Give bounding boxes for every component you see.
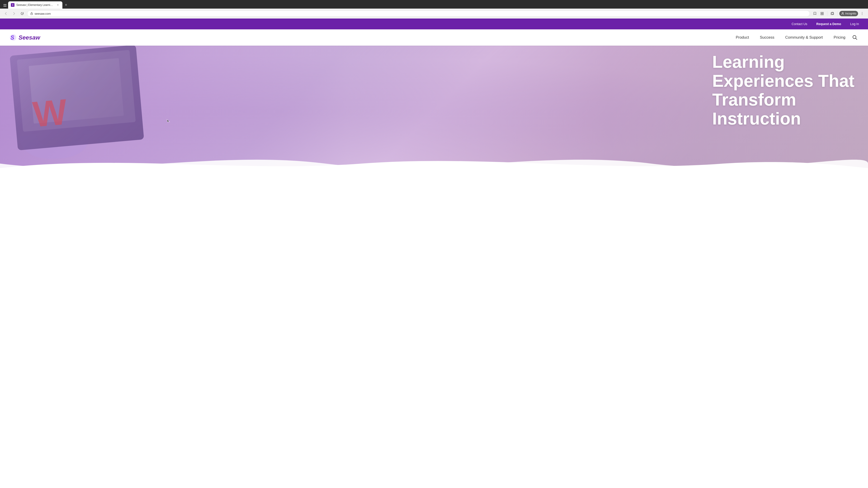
incognito-icon: [841, 12, 844, 15]
svg-rect-7: [821, 14, 822, 15]
more-options-icon[interactable]: [859, 10, 865, 17]
svg-rect-6: [822, 12, 824, 13]
extensions-icon[interactable]: [819, 10, 825, 17]
browser-tab-active[interactable]: S Seesaw | Elementary Learning E... ×: [8, 1, 62, 8]
svg-rect-5: [821, 12, 822, 13]
seesaw-logo-icon: S: [9, 33, 17, 41]
contact-us-link[interactable]: Contact Us: [792, 22, 807, 26]
secure-icon: [30, 12, 33, 15]
svg-rect-2: [4, 6, 5, 7]
hero-section: S Learning Experiences That Transform In…: [0, 46, 868, 177]
site-navigation: S Seesaw Product Success Community & Sup…: [0, 29, 868, 46]
new-tab-button[interactable]: +: [62, 1, 70, 8]
svg-rect-3: [5, 6, 6, 7]
svg-point-11: [842, 12, 843, 14]
svg-rect-1: [5, 4, 6, 5]
browser-nav-bar: seesaw.com Incognito: [0, 8, 868, 19]
tab-close-button[interactable]: ×: [56, 3, 60, 7]
forward-button[interactable]: [11, 10, 17, 17]
svg-rect-4: [31, 13, 33, 15]
svg-point-13: [862, 13, 862, 14]
nav-community-support[interactable]: Community & Support: [785, 35, 823, 40]
hero-heading-line1: Learning: [712, 52, 785, 71]
log-in-link[interactable]: Log In: [850, 22, 859, 26]
nav-success[interactable]: Success: [760, 35, 774, 40]
hero-text-block: Learning Experiences That Transform Inst…: [712, 53, 855, 128]
back-button[interactable]: [3, 10, 9, 17]
search-icon: [852, 35, 857, 40]
window-icon[interactable]: [829, 10, 835, 17]
tab-title: Seesaw | Elementary Learning E...: [16, 3, 54, 6]
search-button[interactable]: [851, 33, 859, 41]
svg-point-12: [862, 12, 862, 13]
browser-chrome: S Seesaw | Elementary Learning E... × + …: [0, 0, 868, 19]
svg-text:S: S: [10, 34, 14, 41]
bookmark-icon[interactable]: [812, 10, 818, 17]
incognito-label: Incognito: [845, 12, 856, 15]
svg-point-14: [862, 14, 862, 15]
reload-button[interactable]: [19, 10, 25, 17]
website-content: Contact Us Request a Demo Log In S Seesa…: [0, 19, 868, 177]
site-top-bar: Contact Us Request a Demo Log In: [0, 19, 868, 29]
hero-heading-line3: Transform: [712, 90, 796, 109]
nav-pricing[interactable]: Pricing: [834, 35, 845, 40]
browser-nav-actions: Incognito: [812, 10, 865, 17]
site-logo-text: Seesaw: [19, 34, 40, 41]
tab-bar: S Seesaw | Elementary Learning E... × +: [0, 0, 868, 8]
hero-wave: [0, 150, 868, 177]
hero-heading-line4: Instruction: [712, 109, 801, 128]
nav-links: Product Success Community & Support Pric…: [736, 35, 845, 40]
request-demo-link[interactable]: Request a Demo: [816, 22, 841, 26]
hero-heading: Learning Experiences That Transform Inst…: [712, 53, 855, 128]
incognito-profile[interactable]: Incognito: [839, 11, 858, 16]
url-display: seesaw.com: [35, 12, 51, 15]
hero-heading-line2: Experiences That: [712, 71, 855, 90]
tab-favicon: S: [11, 3, 14, 7]
address-bar[interactable]: seesaw.com: [27, 10, 810, 17]
hero-device-image: [10, 46, 144, 151]
nav-product[interactable]: Product: [736, 35, 749, 40]
tab-group-icon[interactable]: [2, 2, 8, 8]
site-logo[interactable]: S Seesaw: [9, 33, 40, 41]
svg-rect-0: [4, 4, 5, 5]
svg-rect-8: [822, 14, 824, 15]
